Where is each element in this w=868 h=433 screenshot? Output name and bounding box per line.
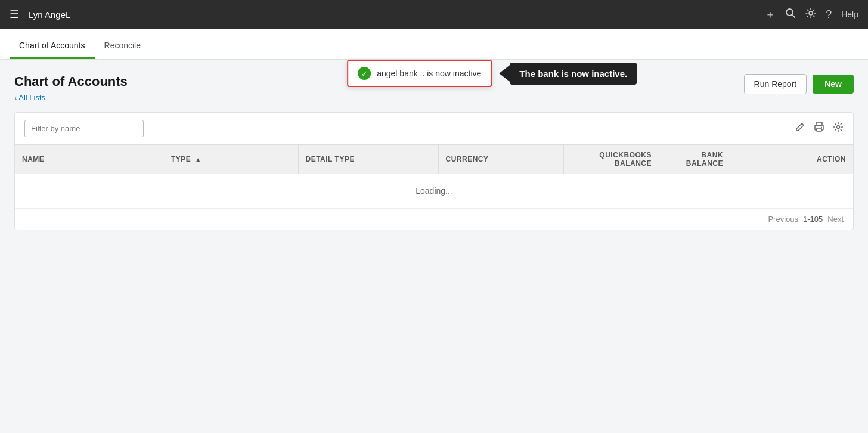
run-report-button[interactable]: Run Report xyxy=(744,74,807,94)
toast-check-icon: ✓ xyxy=(358,67,371,80)
col-header-type[interactable]: TYPE ▲ xyxy=(164,145,298,174)
tab-chart-of-accounts[interactable]: Chart of Accounts xyxy=(10,32,95,59)
help-label[interactable]: Help xyxy=(841,10,858,19)
toolbar-icons xyxy=(795,122,844,135)
sort-asc-icon: ▲ xyxy=(195,156,201,163)
page-title-area: Chart of Accounts All Lists xyxy=(14,74,128,103)
header-actions: Run Report New xyxy=(744,74,854,94)
page-range: 1-105 xyxy=(803,215,823,224)
table-header-row: NAME TYPE ▲ DETAIL TYPE CURRENCY QUICKBO… xyxy=(15,145,853,174)
toast-notification: ✓ angel bank .. is now inactive xyxy=(347,60,492,87)
search-icon[interactable] xyxy=(785,8,796,21)
app-name: Lyn AngeL xyxy=(29,10,70,20)
main-content: Chart of Accounts All Lists Run Report N… xyxy=(0,60,868,433)
topnav: ☰ Lyn AngeL ＋ ? Help xyxy=(0,0,868,29)
back-link[interactable]: All Lists xyxy=(14,93,45,102)
filter-input[interactable] xyxy=(24,120,144,137)
gear-icon[interactable] xyxy=(805,8,816,21)
new-button[interactable]: New xyxy=(813,75,854,94)
tooltip-box: The bank is now inactive. xyxy=(510,63,637,85)
col-header-action: ACTION xyxy=(730,145,853,174)
svg-line-1 xyxy=(792,14,795,17)
next-button[interactable]: Next xyxy=(827,215,844,224)
accounts-table: NAME TYPE ▲ DETAIL TYPE CURRENCY QUICKBO… xyxy=(15,144,853,208)
topnav-right: ＋ ? Help xyxy=(765,7,858,21)
help-icon[interactable]: ? xyxy=(826,8,832,21)
col-header-name[interactable]: NAME xyxy=(15,145,164,174)
col-header-currency[interactable]: CURRENCY xyxy=(438,145,563,174)
topnav-left: ☰ Lyn AngeL xyxy=(10,8,70,21)
edit-icon[interactable] xyxy=(795,122,805,135)
hamburger-icon[interactable]: ☰ xyxy=(10,8,19,21)
previous-button[interactable]: Previous xyxy=(768,215,798,224)
toast-container: ✓ angel bank .. is now inactive The bank… xyxy=(347,60,637,87)
toast-message: angel bank .. is now inactive xyxy=(377,69,481,78)
svg-rect-5 xyxy=(817,128,822,131)
tabbar: Chart of Accounts Reconcile ✓ angel bank… xyxy=(0,29,868,60)
col-header-bank-balance[interactable]: BANK BALANCE xyxy=(659,145,730,174)
settings-icon[interactable] xyxy=(833,122,844,135)
loading-text: Loading... xyxy=(15,174,853,208)
svg-point-2 xyxy=(809,11,813,15)
table-container: NAME TYPE ▲ DETAIL TYPE CURRENCY QUICKBO… xyxy=(14,112,854,230)
pagination: Previous 1-105 Next xyxy=(15,208,853,230)
page-title: Chart of Accounts xyxy=(14,74,128,89)
col-header-detail-type[interactable]: DETAIL TYPE xyxy=(298,145,438,174)
plus-icon[interactable]: ＋ xyxy=(765,7,776,21)
loading-row: Loading... xyxy=(15,174,853,208)
tooltip-arrow: The bank is now inactive. xyxy=(499,63,637,85)
tab-reconcile[interactable]: Reconcile xyxy=(95,32,150,59)
table-toolbar xyxy=(15,113,853,144)
print-icon[interactable] xyxy=(814,122,824,135)
svg-point-7 xyxy=(837,126,840,129)
svg-point-6 xyxy=(821,127,822,128)
arrow-shape xyxy=(499,65,510,82)
col-header-qb-balance[interactable]: QUICKBOOKS BALANCE xyxy=(563,145,659,174)
